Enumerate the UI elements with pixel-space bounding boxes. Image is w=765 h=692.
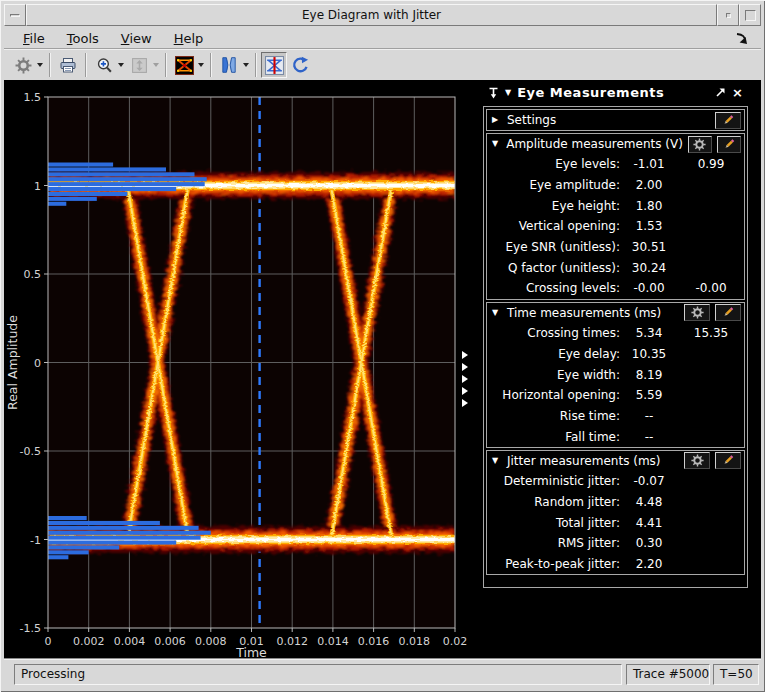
menu-view[interactable]: View (110, 29, 163, 48)
maximize-button[interactable] (739, 4, 761, 26)
section-settings-button[interactable] (688, 136, 712, 153)
zoom-button[interactable] (91, 52, 117, 78)
measurement-label: Crossing levels: (487, 281, 620, 295)
eye-diagram-icon (175, 56, 194, 75)
panel-collapse-arrow-icon[interactable]: ▼ (505, 89, 511, 97)
section-label: Settings (507, 113, 710, 127)
section-label: Amplitude measurements (V) (506, 137, 683, 151)
y-axis-ticks: 1.510.50-0.5-1-1.5 (20, 91, 48, 635)
measurement-value: 15.35 (678, 326, 744, 340)
svg-text:0.5: 0.5 (24, 268, 42, 281)
eye-diagram-dropdown-arrow[interactable] (198, 63, 204, 67)
measurement-value: 0.99 (678, 157, 744, 171)
y-axis-label: Real Amplitude (5, 315, 20, 410)
gear-button[interactable] (10, 52, 36, 78)
edit-pencil-button[interactable] (715, 304, 741, 321)
toolbar-separator (210, 53, 212, 77)
statusbar: Processing Trace #5000 T=50 (4, 658, 761, 688)
section-header-time[interactable]: ▼Time measurements (ms) (487, 303, 744, 323)
section-time: ▼Time measurements (ms)Crossing times:5.… (486, 302, 745, 448)
measurement-label: Total jitter: (487, 516, 620, 530)
pin-icon[interactable] (488, 87, 499, 99)
svg-text:-1: -1 (30, 534, 41, 547)
histogram-dropdown-arrow[interactable] (243, 63, 249, 67)
iconify-button[interactable] (717, 4, 739, 26)
section-amplitude: ▼Amplitude measurements (V)Eye levels:-1… (486, 133, 745, 300)
refresh-button[interactable] (287, 52, 313, 78)
fit-view-button[interactable] (126, 52, 152, 78)
svg-text:1: 1 (34, 180, 41, 193)
zoom-dropdown-arrow[interactable] (118, 63, 124, 67)
toolbar (4, 50, 761, 80)
window-menu-button[interactable] (4, 4, 26, 26)
measurement-value: 5.59 (620, 388, 678, 402)
section-settings-button[interactable] (684, 304, 710, 321)
measurement-label: Random jitter: (487, 495, 620, 509)
sim-time: T=50 (713, 664, 759, 685)
measurement-value: 1.53 (620, 219, 678, 233)
measurement-label: Eye delay: (487, 347, 620, 361)
fit-view-icon (131, 57, 148, 74)
close-icon[interactable]: × (732, 86, 743, 99)
status-message: Processing (14, 664, 622, 685)
measurement-row: Eye amplitude:2.00 (487, 175, 744, 196)
menu-file[interactable]: File (12, 29, 56, 48)
measurement-value: 0.30 (620, 536, 678, 550)
measurement-value: 10.35 (620, 347, 678, 361)
edit-pencil-button[interactable] (717, 136, 741, 153)
section-header-amplitude[interactable]: ▼Amplitude measurements (V) (487, 134, 744, 154)
measurement-value: 30.51 (620, 240, 678, 254)
scope-workspace: 00.0020.0040.0060.0080.010.0120.0140.016… (4, 80, 761, 658)
measurement-value: -1.01 (620, 157, 678, 171)
printer-icon (59, 57, 77, 74)
measurement-value: 2.20 (620, 557, 678, 571)
measurement-value: 30.24 (620, 261, 678, 275)
titlebar-title-area[interactable]: Eye Diagram with Jitter (26, 4, 717, 26)
gear-dropdown-arrow[interactable] (37, 63, 43, 67)
histogram-button[interactable] (216, 52, 242, 78)
zoom-in-icon (96, 57, 113, 74)
expanded-arrow-icon: ▼ (492, 457, 502, 465)
section-header-jitter[interactable]: ▼Jitter measurements (ms) (487, 451, 744, 471)
measurement-row: Fall time:-- (487, 426, 744, 447)
svg-text:0.012: 0.012 (276, 635, 308, 648)
maximize-icon (745, 10, 756, 21)
panel-title: Eye Measurements (517, 85, 709, 100)
eye-diagram-plot[interactable]: 00.0020.0040.0060.0080.010.0120.0140.016… (4, 80, 478, 658)
section-label: Jitter measurements (ms) (507, 454, 679, 468)
measurement-value: 2.00 (620, 178, 678, 192)
expanded-arrow-icon: ▼ (492, 140, 501, 148)
section-settings: ▶Settings (486, 109, 745, 131)
menubar-collapse-arrow[interactable] (734, 31, 749, 45)
measurement-label: Peak-to-peak jitter: (487, 557, 620, 571)
panel-splitter-arrows[interactable] (462, 351, 472, 407)
edit-pencil-button[interactable] (715, 112, 741, 129)
eye-cursor-button[interactable] (261, 52, 287, 78)
section-settings-button[interactable] (684, 452, 710, 469)
measurement-row: Crossing times:5.3415.35 (487, 323, 744, 344)
undock-icon[interactable] (715, 87, 726, 98)
print-button[interactable] (55, 52, 81, 78)
section-header-settings[interactable]: ▶Settings (487, 110, 744, 130)
svg-text:0.018: 0.018 (399, 635, 431, 648)
svg-text:0.016: 0.016 (358, 635, 390, 648)
measurement-row: Vertical opening:1.53 (487, 216, 744, 237)
eye-measurements-panel: ▼ Eye Measurements × ▶Settings▼Amplitude… (483, 82, 748, 588)
gear-icon (15, 57, 32, 74)
section-jitter: ▼Jitter measurements (ms)Deterministic j… (486, 450, 745, 575)
measurement-row: Horizontal opening:5.59 (487, 385, 744, 406)
toolbar-separator (255, 53, 257, 77)
eye-diagram-button[interactable] (171, 52, 197, 78)
measurement-row: Eye delay:10.35 (487, 344, 744, 365)
menu-tools[interactable]: Tools (56, 29, 110, 48)
panel-sections: ▶Settings▼Amplitude measurements (V)Eye … (483, 106, 748, 588)
menu-help[interactable]: Help (163, 29, 215, 48)
trace-counter-text: Trace #5000 (633, 667, 709, 681)
svg-text:0.006: 0.006 (154, 635, 186, 648)
edit-pencil-button[interactable] (715, 452, 741, 469)
svg-text:0.002: 0.002 (73, 635, 105, 648)
measurement-row: RMS jitter:0.30 (487, 533, 744, 554)
fit-view-dropdown-arrow (153, 63, 159, 67)
svg-text:0.014: 0.014 (317, 635, 349, 648)
svg-text:0.008: 0.008 (195, 635, 227, 648)
